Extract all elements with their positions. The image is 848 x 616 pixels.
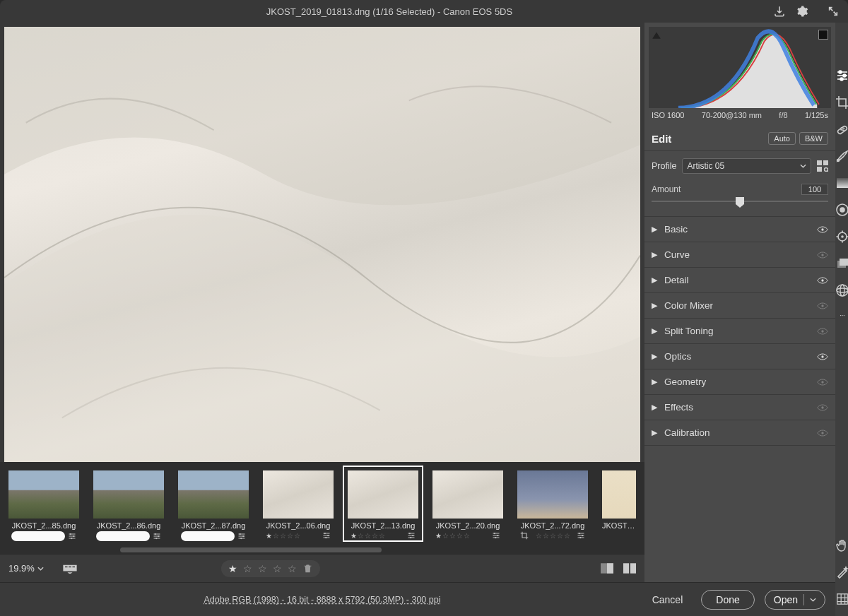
profile-select[interactable]: Artistic 05 <box>682 158 811 174</box>
rating-stars: ★☆☆☆☆ <box>351 532 385 540</box>
rating-stars: ★☆☆☆☆ <box>266 532 300 540</box>
panel-geometry[interactable]: ▶ Geometry <box>644 369 835 395</box>
crop-icon[interactable] <box>835 95 848 109</box>
visibility-eye-icon[interactable] <box>817 277 828 284</box>
filmstrip-thumb[interactable]: JKOST_2...87.dng <box>174 466 253 543</box>
thumb-image[interactable] <box>93 470 164 519</box>
visibility-eye-icon[interactable] <box>817 302 828 309</box>
thumb-image[interactable] <box>263 470 334 519</box>
star-icon[interactable]: ☆ <box>243 563 252 574</box>
radial-gradient-icon[interactable] <box>835 203 848 217</box>
chevron-down-icon <box>800 164 806 168</box>
bw-button[interactable]: B&W <box>799 132 828 145</box>
svg-point-59 <box>840 315 841 316</box>
svg-point-61 <box>844 315 844 316</box>
star-icon[interactable]: ★ <box>228 563 237 574</box>
filter-icon[interactable] <box>62 564 78 574</box>
zoom-level[interactable]: 19.9% <box>8 563 44 574</box>
brush-icon[interactable] <box>835 149 848 163</box>
amount-slider[interactable] <box>652 195 828 208</box>
visibility-eye-icon[interactable] <box>817 379 828 386</box>
star-icon[interactable]: ☆ <box>273 563 282 574</box>
cancel-button[interactable]: Cancel <box>644 590 692 610</box>
panel-color-mixer[interactable]: ▶ Color Mixer <box>644 293 835 319</box>
visibility-eye-icon[interactable] <box>817 353 828 360</box>
panel-label: Effects <box>664 402 693 413</box>
visibility-eye-icon[interactable] <box>817 430 828 437</box>
svg-rect-23 <box>69 566 71 567</box>
histogram[interactable] <box>649 27 831 108</box>
linear-gradient-icon[interactable] <box>835 176 848 190</box>
filmstrip-thumb[interactable]: JKOST_2...13.dng ★☆☆☆☆ <box>343 466 423 543</box>
svg-point-40 <box>821 381 823 383</box>
chevron-right-icon: ▶ <box>652 326 657 336</box>
filmstrip-thumb[interactable]: JKOST_2...06.dng ★☆☆☆☆ <box>259 466 338 543</box>
panel-effects[interactable]: ▶ Effects <box>644 395 835 420</box>
edit-sliders-icon[interactable] <box>835 69 848 83</box>
hand-icon[interactable] <box>835 538 848 552</box>
thumb-image[interactable] <box>8 470 79 519</box>
open-button[interactable]: Open <box>765 590 825 610</box>
adjust-icon <box>237 532 246 540</box>
filmstrip-thumb[interactable]: JKOST_2...85.dng <box>4 466 83 543</box>
redeye-icon[interactable] <box>835 230 848 244</box>
shadow-clip-icon[interactable] <box>652 30 661 40</box>
before-after-icon[interactable] <box>623 563 636 574</box>
meta-aperture: f/8 <box>779 111 787 119</box>
visibility-eye-icon[interactable] <box>817 251 828 259</box>
svg-point-35 <box>821 254 823 256</box>
filmstrip-thumb[interactable]: JKOST_... <box>598 466 640 543</box>
auto-button[interactable]: Auto <box>768 132 796 145</box>
thumb-image[interactable] <box>178 470 249 519</box>
trash-icon[interactable] <box>302 563 313 574</box>
panel-calibration[interactable]: ▶ Calibration <box>644 420 835 446</box>
sphere-icon[interactable] <box>835 283 848 297</box>
zoom-value: 19.9% <box>8 563 35 574</box>
done-button[interactable]: Done <box>701 590 754 610</box>
adjust-icon <box>153 532 161 540</box>
grid-icon[interactable] <box>835 592 848 606</box>
visibility-eye-icon[interactable] <box>817 328 828 335</box>
profile-browser-icon[interactable] <box>817 160 828 172</box>
fullscreen-icon[interactable] <box>827 5 840 18</box>
visibility-eye-icon[interactable] <box>817 404 828 411</box>
thumb-image[interactable] <box>517 470 588 519</box>
image-info[interactable]: Adobe RGB (1998) - 16 bit - 8688 x 5792 … <box>11 595 633 605</box>
magic-wand-icon[interactable] <box>835 565 848 579</box>
svg-rect-26 <box>607 563 613 573</box>
thumb-label: JKOST_... <box>602 521 636 530</box>
preview-area[interactable] <box>0 23 644 462</box>
filmstrip-scrollbar[interactable] <box>120 547 382 552</box>
gear-icon[interactable] <box>796 5 808 18</box>
svg-point-57 <box>837 288 848 292</box>
star-icon[interactable]: ☆ <box>288 563 297 574</box>
star-icon[interactable]: ☆ <box>258 563 267 574</box>
panel-basic[interactable]: ▶ Basic <box>644 217 835 242</box>
healing-icon[interactable] <box>835 122 848 136</box>
highlight-clip-icon[interactable] <box>818 30 828 40</box>
panel-detail[interactable]: ▶ Detail <box>644 268 835 293</box>
download-icon[interactable] <box>773 5 786 18</box>
title-separator: - <box>437 6 443 17</box>
amount-value[interactable]: 100 <box>801 184 828 195</box>
thumb-image[interactable] <box>348 470 418 519</box>
layers-icon[interactable] <box>835 256 848 271</box>
rating-filter[interactable]: ★ ☆ ☆ ☆ ☆ <box>221 560 320 577</box>
image-preview[interactable] <box>4 27 640 462</box>
visibility-eye-icon[interactable] <box>817 226 828 233</box>
single-view-icon[interactable] <box>601 563 613 574</box>
thumb-image[interactable] <box>432 470 503 519</box>
chevron-right-icon: ▶ <box>652 301 657 310</box>
filmstrip-thumb[interactable]: JKOST_2...20.dng ★☆☆☆☆ <box>428 466 507 543</box>
svg-point-8 <box>240 538 242 539</box>
svg-rect-27 <box>623 563 629 573</box>
panel-split-toning[interactable]: ▶ Split Toning <box>644 319 835 344</box>
filmstrip-thumb[interactable]: JKOST_2...86.dng <box>89 466 168 543</box>
slider-thumb[interactable] <box>736 197 744 204</box>
svg-point-51 <box>840 208 844 212</box>
thumb-image[interactable] <box>602 470 636 519</box>
more-icon[interactable] <box>835 310 848 324</box>
panel-optics[interactable]: ▶ Optics <box>644 344 835 369</box>
filmstrip-thumb[interactable]: JKOST_2...72.dng ☆☆☆☆☆ <box>513 466 592 543</box>
panel-curve[interactable]: ▶ Curve <box>644 242 835 268</box>
